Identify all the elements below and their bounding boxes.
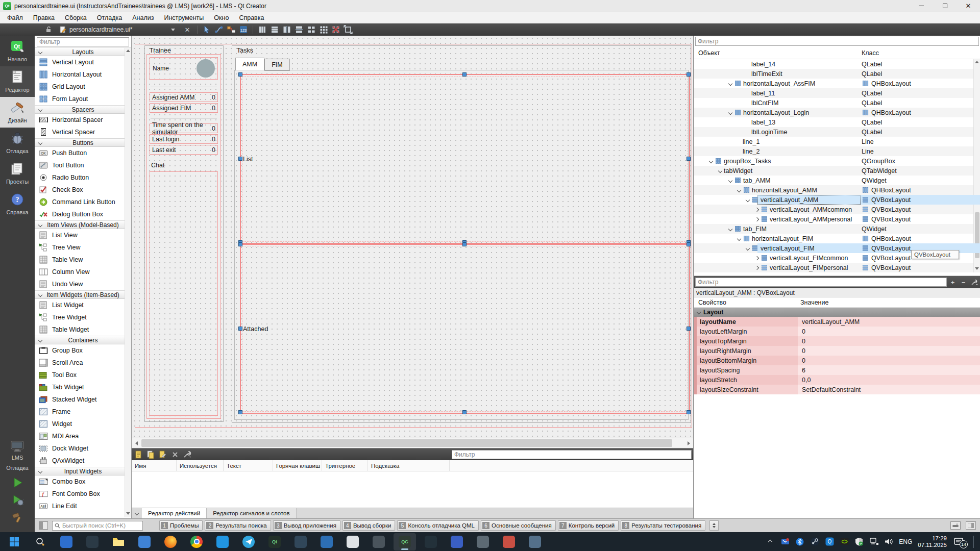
action-column-1[interactable]: Имя [132, 460, 177, 471]
widget-item-vertical-spacer[interactable]: Vertical Spacer [35, 126, 131, 138]
object-tree-row-tab_AMM[interactable]: tab_AMMQWidget [694, 176, 980, 185]
clock[interactable]: 17:29 07.11.2025 [918, 535, 947, 548]
widget-item-form-layout[interactable]: Form Layout [35, 93, 131, 105]
taskbar-app-app-light[interactable] [341, 533, 364, 550]
name-label[interactable]: Name [153, 65, 169, 72]
value-column-header[interactable]: Значение [800, 299, 828, 306]
notification-button[interactable]: 14 [952, 537, 965, 547]
remove-property-button[interactable]: − [959, 278, 968, 287]
edit-tab-order-button[interactable]: 123 [238, 24, 249, 35]
action-table-body[interactable] [132, 471, 693, 508]
tray-badge-icon[interactable] [780, 537, 790, 546]
object-tree-row-horizontalLayout_Login[interactable]: horizontalLayout_LoginQHBoxLayout [694, 108, 980, 117]
avatar-placeholder[interactable] [197, 59, 215, 78]
resize-handle[interactable] [687, 72, 691, 77]
scroll-left-button[interactable] [132, 439, 141, 448]
mode-help[interactable]: ?Справка [0, 189, 35, 219]
document-dropdown-icon[interactable] [171, 29, 175, 31]
widget-section-spacers[interactable]: Spacers [35, 105, 131, 114]
hidden-icons-chevron[interactable] [766, 537, 775, 546]
chevron-right-icon[interactable] [755, 256, 759, 260]
mode-design[interactable]: Дизайн [0, 97, 35, 128]
network-icon[interactable] [869, 537, 878, 546]
resize-handle[interactable] [687, 410, 691, 414]
output-pane-4[interactable]: 4Вывод сборки [342, 520, 396, 531]
output-pane-5[interactable]: 5Консоль отладчика QML [397, 520, 479, 531]
object-tree-row-label_14[interactable]: label_14QLabel [694, 59, 980, 69]
chevron-down-icon[interactable] [737, 236, 741, 240]
mode-debug[interactable]: Отладка [0, 128, 35, 158]
chevron-right-icon[interactable] [755, 207, 759, 211]
taskbar-app-app-blue-circle[interactable] [211, 533, 234, 550]
action-column-6[interactable]: Подсказка [368, 460, 450, 471]
action-column-4[interactable]: Горячая клавиш [273, 460, 322, 471]
resize-handle[interactable] [238, 242, 242, 246]
unlock-icon[interactable] [45, 26, 52, 33]
property-value[interactable]: 0 [798, 336, 980, 346]
resize-handle[interactable] [462, 72, 467, 77]
widget-item-push-button[interactable]: OKPush Button [35, 147, 131, 159]
chevron-right-icon[interactable] [755, 217, 759, 221]
widget-item-tab-widget[interactable]: Tab Widget [35, 381, 131, 393]
object-tree-row-lblLoginTime[interactable]: lblLoginTimeQLabel [694, 127, 980, 137]
edit-action-button[interactable] [158, 450, 168, 459]
resize-handle[interactable] [687, 327, 691, 331]
menu-item-5[interactable]: Анализ [127, 13, 159, 23]
widget-item-line-edit[interactable]: ABLine Edit [35, 500, 131, 512]
dock-tab-actions[interactable]: Редактор действий [142, 508, 207, 518]
resize-handle[interactable] [462, 242, 467, 246]
stat-row-5[interactable]: Last exit0 [150, 145, 218, 155]
widget-item-vertical-layout[interactable]: Vertical Layout [35, 56, 131, 68]
add-property-button[interactable]: + [948, 278, 958, 287]
object-tree-row-label_13[interactable]: label_13QLabel [694, 117, 980, 127]
taskbar-app-qt-tool[interactable]: Qt [263, 533, 286, 550]
widget-item-undo-view[interactable]: Undo View [35, 278, 131, 290]
action-column-5[interactable]: Триггерное [322, 460, 368, 471]
menu-item-1[interactable]: Файл [2, 13, 28, 23]
object-tree-row-tabWidget[interactable]: tabWidgetQTabWidget [694, 166, 980, 176]
property-row-layoutName[interactable]: layoutNameverticalLayout_AMM [694, 317, 980, 327]
taskbar-app-app-red[interactable] [498, 533, 520, 550]
scroll-up-icon[interactable] [126, 49, 130, 52]
property-filter-input[interactable] [695, 278, 947, 287]
widget-item-horizontal-layout[interactable]: Horizontal Layout [35, 68, 131, 81]
language-indicator[interactable]: ENG [899, 538, 912, 545]
property-value[interactable]: 0,0 [798, 375, 980, 385]
widget-section-buttons[interactable]: Buttons [35, 138, 131, 147]
scroll-right-button[interactable] [684, 439, 693, 448]
dock-tab-signals-slots[interactable]: Редактор сигналов и слотов [207, 508, 296, 518]
progress-details-button[interactable] [950, 521, 961, 530]
scroll-down-icon[interactable] [126, 512, 130, 515]
resize-handle[interactable] [238, 410, 242, 414]
bluetooth-icon[interactable] [795, 537, 804, 546]
property-row-layoutSpacing[interactable]: layoutSpacing6 [694, 365, 980, 375]
lay-out-vertically-button[interactable] [269, 24, 280, 35]
object-tree-row-lblTimeExit[interactable]: lblTimeExitQLabel [694, 69, 980, 79]
lay-out-grid-button[interactable] [318, 24, 329, 35]
scroll-up-icon[interactable] [975, 61, 979, 63]
widget-box-scrollbar[interactable] [125, 48, 131, 517]
menu-item-8[interactable]: Справка [234, 13, 269, 23]
widget-section-item-widgets-item-based-[interactable]: Item Widgets (Item-Based) [35, 290, 131, 299]
widget-item-combo-box[interactable]: Combo Box [35, 475, 131, 488]
property-row-layoutTopMargin[interactable]: layoutTopMargin0 [694, 336, 980, 346]
chevron-right-icon[interactable] [755, 265, 759, 269]
form-tab-fim[interactable]: FIM [264, 59, 290, 71]
document-selector[interactable]: personalcardtrainee.ui* [56, 25, 135, 34]
taskbar-app-app-navy[interactable] [289, 533, 312, 550]
dock-collapse-button[interactable] [132, 508, 142, 518]
widget-item-command-link-button[interactable]: Command Link Button [35, 196, 131, 208]
taskbar-app-app-blue-grid[interactable] [55, 533, 78, 550]
lay-out-splitter-horizontal-button[interactable] [281, 24, 292, 35]
output-pane-6[interactable]: 6Основные сообщения [481, 520, 556, 531]
taskbar-app-app-monitor[interactable] [368, 533, 390, 550]
object-tree-scrollbar[interactable] [973, 59, 980, 272]
delete-action-button[interactable] [170, 450, 180, 459]
new-action-button[interactable] [133, 450, 143, 459]
taskbar-app-file-explorer[interactable] [107, 533, 130, 550]
widget-item-qaxwidget[interactable]: QAxWidget [35, 455, 131, 467]
widget-item-tool-button[interactable]: Tool Button [35, 159, 131, 171]
copy-action-button[interactable] [145, 450, 156, 459]
widget-item-list-view[interactable]: List View [35, 229, 131, 241]
form-editor-canvas[interactable]: Trainee Name Assigned AMM0Assigned FIM0 … [132, 36, 693, 448]
